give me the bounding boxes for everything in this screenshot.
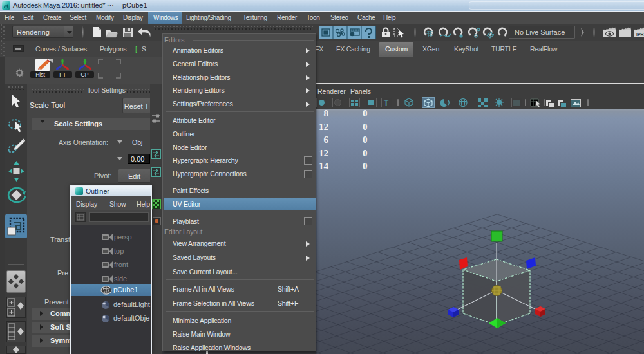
svg-text:T: T (384, 98, 389, 107)
svg-text:IPR: IPR (636, 32, 644, 37)
